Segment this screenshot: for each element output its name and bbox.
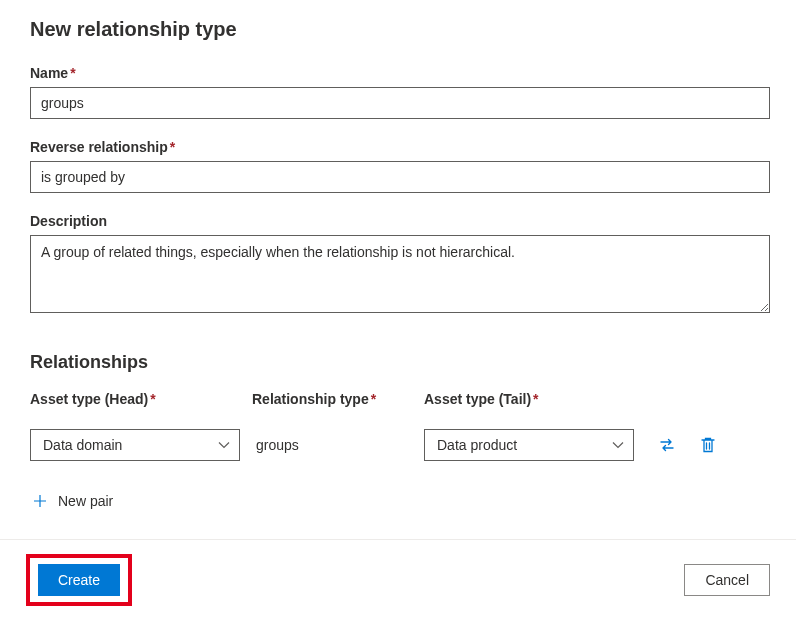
name-input[interactable] (30, 87, 770, 119)
reverse-input[interactable] (30, 161, 770, 193)
name-label-text: Name (30, 65, 68, 81)
reverse-field: Reverse relationship* (30, 139, 770, 193)
reverse-label-text: Reverse relationship (30, 139, 168, 155)
row-actions (646, 432, 736, 458)
swap-button[interactable] (654, 432, 680, 458)
required-indicator: * (533, 391, 538, 407)
required-indicator: * (371, 391, 376, 407)
head-column-label: Asset type (Head)* (30, 391, 240, 407)
plus-icon (32, 493, 48, 509)
cancel-button[interactable]: Cancel (684, 564, 770, 596)
delete-button[interactable] (696, 432, 720, 458)
create-highlight: Create (26, 554, 132, 606)
head-asset-type-dropdown[interactable]: Data domain (30, 429, 240, 461)
type-column-text: Relationship type (252, 391, 369, 407)
tail-column-label: Asset type (Tail)* (424, 391, 634, 407)
relationship-row: Data domain groups Data product (30, 429, 770, 461)
required-indicator: * (170, 139, 175, 155)
reverse-label: Reverse relationship* (30, 139, 770, 155)
create-button[interactable]: Create (38, 564, 120, 596)
tail-column-text: Asset type (Tail) (424, 391, 531, 407)
name-label: Name* (30, 65, 770, 81)
description-textarea[interactable] (30, 235, 770, 313)
head-asset-value: Data domain (43, 437, 122, 453)
required-indicator: * (70, 65, 75, 81)
head-column-text: Asset type (Head) (30, 391, 148, 407)
type-column-label: Relationship type* (252, 391, 412, 407)
tail-asset-value: Data product (437, 437, 517, 453)
chevron-down-icon (217, 438, 231, 452)
swap-icon (658, 436, 676, 454)
chevron-down-icon (611, 438, 625, 452)
new-pair-label: New pair (58, 493, 113, 509)
required-indicator: * (150, 391, 155, 407)
trash-icon (700, 436, 716, 454)
relationship-type-value: groups (252, 437, 412, 453)
page-title: New relationship type (30, 18, 770, 41)
footer: Create Cancel (0, 539, 796, 624)
name-field: Name* (30, 65, 770, 119)
relationships-headers: Asset type (Head)* Relationship type* As… (30, 391, 770, 407)
description-label: Description (30, 213, 770, 229)
new-pair-button[interactable]: New pair (30, 489, 115, 513)
description-field: Description (30, 213, 770, 316)
tail-asset-type-dropdown[interactable]: Data product (424, 429, 634, 461)
relationships-section-title: Relationships (30, 352, 770, 373)
